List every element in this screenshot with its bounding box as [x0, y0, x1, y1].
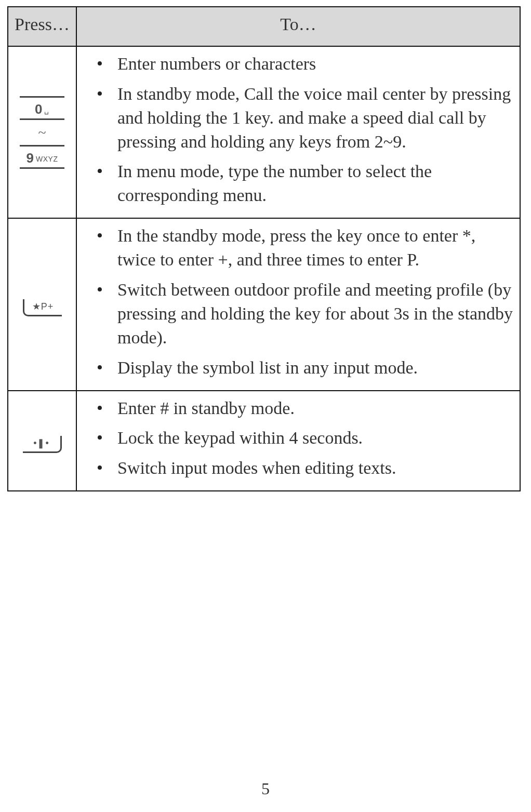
to-cell: In the standby mode, press the key once … [76, 218, 520, 390]
table-row: •❚• Enter # in standby mode. Lock the ke… [8, 391, 520, 491]
to-cell: Enter # in standby mode. Lock the keypad… [76, 391, 520, 491]
list-item: Enter numbers or characters [108, 52, 514, 76]
list-item: Switch between outdoor profile and meeti… [108, 278, 514, 350]
key-9-icon: 9WXYZ [20, 145, 64, 169]
key-star-icon: ★P+ [23, 299, 62, 316]
press-cell: •❚• [8, 391, 76, 491]
action-list: In the standby mode, press the key once … [82, 224, 514, 379]
list-item: Lock the keypad within 4 seconds. [108, 426, 514, 450]
list-item: In menu mode, type the number to select … [108, 159, 514, 207]
key-hash-icon: •❚• [23, 436, 62, 453]
page: Press… To… 0␣ ~ 9WXYZ [0, 0, 531, 812]
to-cell: Enter numbers or characters In standby m… [76, 46, 520, 218]
action-list: Enter # in standby mode. Lock the keypad… [82, 396, 514, 481]
list-item: Display the symbol list in any input mod… [108, 356, 514, 380]
press-cell: ★P+ [8, 218, 76, 390]
press-cell: 0␣ ~ 9WXYZ [8, 46, 76, 218]
range-separator: ~ [38, 125, 46, 140]
key-0-to-9-icon: 0␣ ~ 9WXYZ [20, 96, 64, 169]
list-item: Enter # in standby mode. [108, 396, 514, 420]
list-item: Switch input modes when editing texts. [108, 456, 514, 480]
action-list: Enter numbers or characters In standby m… [82, 52, 514, 207]
key-function-table: Press… To… 0␣ ~ 9WXYZ [7, 6, 521, 491]
table-row: 0␣ ~ 9WXYZ Enter numbers or characters I… [8, 46, 520, 218]
header-to: To… [76, 7, 520, 46]
table-row: ★P+ In the standby mode, press the key o… [8, 218, 520, 390]
key-0-icon: 0␣ [20, 96, 64, 120]
page-number: 5 [0, 779, 531, 798]
header-press: Press… [8, 7, 76, 46]
list-item: In the standby mode, press the key once … [108, 224, 514, 272]
list-item: In standby mode, Call the voice mail cen… [108, 82, 514, 154]
